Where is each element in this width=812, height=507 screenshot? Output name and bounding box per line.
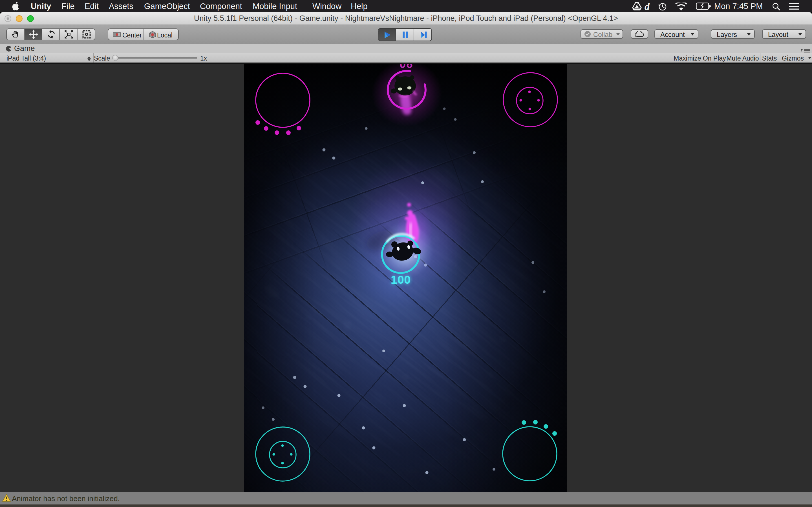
svg-text:100: 100	[391, 273, 411, 286]
svg-text:08: 08	[400, 64, 413, 70]
